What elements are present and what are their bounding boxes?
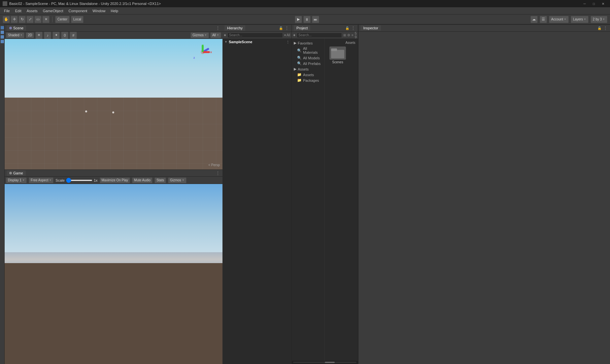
minimize-button[interactable]: ─ — [580, 1, 589, 7]
center-button[interactable]: Center — [55, 16, 70, 23]
account-arrow: ▼ — [564, 18, 566, 21]
free-aspect-dropdown[interactable]: Free Aspect ▼ — [29, 177, 53, 183]
project-filter-all[interactable]: ⊞ — [343, 33, 346, 37]
gizmos-dropdown[interactable]: Gizmos ▼ — [190, 32, 209, 38]
scenes-folder-icon — [329, 46, 346, 60]
play-button[interactable]: ▶ — [295, 16, 302, 23]
layers-dropdown[interactable]: Layers ▼ — [571, 16, 589, 23]
free-aspect-label: Free Aspect — [31, 178, 48, 182]
collab-button[interactable]: ☁ — [530, 16, 538, 23]
scale-slider[interactable] — [66, 180, 92, 181]
assets-arrow: ▶ — [294, 67, 296, 71]
layout-label: 2 by 3 — [593, 17, 602, 21]
packages-folder-item[interactable]: 📁 Packages — [292, 77, 324, 83]
project-add-button[interactable]: + — [293, 33, 295, 38]
inspector-menu[interactable]: ⋮ — [603, 26, 608, 30]
assets-folder-item[interactable]: 📁 Assets — [292, 72, 324, 77]
project-dots[interactable]: 5 9 — [355, 32, 357, 39]
local-button[interactable]: Local — [71, 16, 84, 23]
sidebar-tool-1[interactable] — [1, 26, 4, 29]
window-title: Basic02 - SampleScene - PC, Mac & Linux … — [9, 2, 580, 6]
2d-button[interactable]: 2D — [26, 32, 34, 38]
menu-component[interactable]: Component — [66, 8, 90, 14]
gizmos-game-dropdown[interactable]: Gizmos ▼ — [168, 177, 186, 183]
all-prefabs-item[interactable]: 🔍 All Prefabs — [292, 61, 324, 66]
move-tool-button[interactable]: ✛ — [11, 16, 18, 23]
scale-tool-button[interactable]: ⤢ — [26, 16, 34, 23]
game-canvas[interactable] — [5, 184, 222, 364]
all-label: All — [212, 33, 216, 37]
menu-gameobject[interactable]: GameObject — [40, 8, 66, 14]
hierarchy-item-samplescene[interactable]: ▼ SampleScene ⋮ — [223, 40, 291, 44]
inspector-tab[interactable]: Inspector — [360, 25, 381, 31]
mute-button[interactable]: Mute Audio — [132, 177, 152, 183]
scene-audio-btn[interactable]: ♪ — [44, 32, 51, 39]
game-tab[interactable]: Game — [7, 170, 26, 176]
project-lock[interactable]: 🔓 — [345, 26, 349, 30]
assets-folder-label: Assets — [303, 73, 314, 77]
sidebar-tool-4[interactable] — [1, 40, 4, 43]
maximize-button[interactable]: Maximize On Play — [100, 177, 130, 183]
hierarchy-content: ▼ SampleScene ⋮ — [222, 39, 291, 364]
game-menu-button[interactable]: ⋮ — [215, 171, 220, 175]
sidebar-tool-2[interactable] — [1, 31, 4, 34]
project-scrollbar-track[interactable] — [293, 362, 356, 363]
assets-header[interactable]: ▶ Assets — [292, 66, 324, 72]
step-button[interactable]: ⏭ — [312, 16, 319, 23]
sidebar-tool-3[interactable] — [1, 35, 4, 39]
rotate-tool-button[interactable]: ↻ — [18, 16, 26, 23]
hierarchy-add-button[interactable]: + — [224, 33, 226, 38]
menu-edit[interactable]: Edit — [13, 8, 24, 14]
scene-menu-button[interactable]: ⋮ — [215, 26, 220, 30]
shaded-dropdown[interactable]: Shaded ▼ — [6, 32, 24, 38]
scene-hidden-btn[interactable]: 0 — [61, 32, 68, 39]
scene-tab[interactable]: Scene — [7, 25, 26, 31]
project-menu[interactable]: ⋮ — [351, 26, 356, 30]
close-button[interactable]: ✕ — [599, 1, 607, 7]
project-view-toggle[interactable]: ≡ — [352, 33, 354, 37]
scene-grid-btn[interactable]: # — [70, 32, 77, 39]
all-materials-item[interactable]: 🔍 All Materials — [292, 46, 324, 55]
project-search[interactable] — [297, 33, 342, 38]
project-settings[interactable]: ⚙ — [347, 33, 350, 37]
hand-tool-button[interactable]: ✋ — [3, 16, 10, 23]
menu-assets[interactable]: Assets — [24, 8, 40, 14]
project-tab[interactable]: Project — [294, 25, 310, 31]
hierarchy-header: Hierarchy 🔓 ⋮ — [222, 24, 291, 32]
scenes-folder-asset[interactable]: Scenes — [326, 46, 349, 64]
menu-window[interactable]: Window — [90, 8, 108, 14]
all-models-item[interactable]: 🔍 All Models — [292, 55, 324, 61]
inspector-lock[interactable]: 🔓 — [597, 26, 601, 30]
menu-file[interactable]: File — [1, 8, 13, 14]
project-scrollbar-thumb[interactable] — [325, 362, 335, 363]
all-dropdown[interactable]: All ▼ — [210, 32, 221, 38]
assets-breadcrumb: Assets — [326, 40, 356, 45]
scale-label: Scale — [55, 178, 65, 182]
maximize-button[interactable]: □ — [590, 1, 598, 7]
display-dropdown[interactable]: Display 1 ▼ — [6, 177, 27, 183]
services-button[interactable]: ☰ — [540, 16, 547, 23]
account-dropdown[interactable]: Account ▼ — [549, 16, 569, 23]
game-view: Game ⋮ Display 1 ▼ Free Aspect ▼ Scale — [5, 169, 222, 364]
scene-canvas[interactable]: x y z < Persp — [5, 39, 222, 169]
favorites-header[interactable]: ▶ Favorites — [292, 40, 324, 46]
all-materials-label: All Materials — [303, 46, 322, 54]
hierarchy-search[interactable] — [227, 33, 283, 38]
hierarchy-menu[interactable]: ⋮ — [284, 26, 289, 30]
hierarchy-filter-all[interactable]: ▾ All — [284, 33, 290, 37]
right-area: Hierarchy 🔓 ⋮ + ▾ All ▼ SampleScene ⋮ — [222, 24, 610, 364]
play-controls: ▶ ⏸ ⏭ — [85, 16, 529, 23]
gizmo-x-axis — [203, 51, 210, 53]
svg-rect-1 — [331, 48, 337, 51]
stats-button[interactable]: Stats — [154, 177, 166, 183]
pause-button[interactable]: ⏸ — [303, 16, 311, 23]
hierarchy-lock[interactable]: 🔓 — [279, 26, 283, 30]
hierarchy-tab[interactable]: Hierarchy — [224, 25, 245, 31]
scene-vfx-btn[interactable]: ✦ — [52, 32, 60, 39]
rect-tool-button[interactable]: ▭ — [34, 16, 42, 23]
layout-dropdown[interactable]: 2 by 3 ▼ — [591, 16, 607, 23]
hierarchy-scene-menu[interactable]: ⋮ — [286, 40, 289, 44]
scene-light-btn[interactable]: ☀ — [35, 32, 43, 39]
transform-tool-button[interactable]: ✕ — [42, 16, 50, 23]
menu-help[interactable]: Help — [108, 8, 121, 14]
